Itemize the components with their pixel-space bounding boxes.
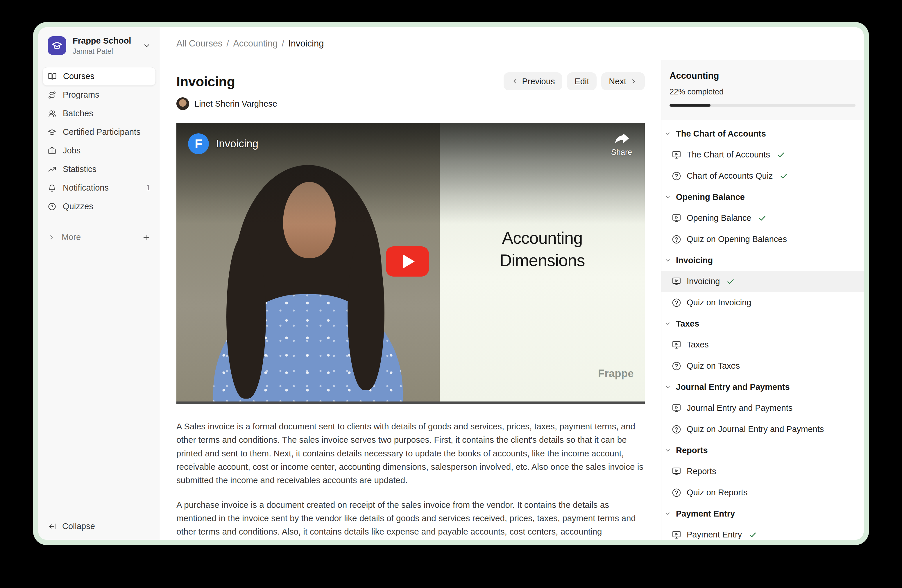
chapter-journal-entry-and-payments[interactable]: Journal Entry and Payments (661, 377, 864, 397)
completed-check-icon (726, 277, 735, 286)
lesson-quiz-on-journal-entry-and-payments[interactable]: Quiz on Journal Entry and Payments (661, 419, 864, 440)
completed-check-icon (777, 150, 785, 159)
course-progress-header: Accounting 22% completed (661, 60, 864, 120)
briefcase-icon (48, 146, 56, 155)
brand-text: Frappe School Jannat Patel (73, 36, 136, 56)
quiz-icon (672, 171, 681, 181)
lesson-quiz-on-taxes[interactable]: Quiz on Taxes (661, 355, 864, 377)
video-player[interactable]: Accounting Dimensions Frappe F Invoi (176, 123, 645, 404)
school-switcher[interactable]: Frappe School Jannat Patel (38, 36, 160, 56)
lesson-quiz-on-reports[interactable]: Quiz on Reports (661, 482, 864, 503)
slide-area: Accounting Dimensions Frappe (440, 123, 645, 404)
lesson-actions: Previous Edit Next (504, 72, 645, 90)
video-title-row: F Invoicing (188, 133, 258, 154)
video-title[interactable]: Invoicing (216, 138, 258, 150)
chevron-right-icon (48, 234, 55, 241)
slide-title-line2: Dimensions (500, 251, 585, 270)
sidebar-item-courses[interactable]: Courses (42, 67, 156, 86)
lesson-quiz-on-opening-balances[interactable]: Quiz on Opening Balances (661, 228, 864, 250)
lesson-opening-balance[interactable]: Opening Balance (661, 207, 864, 228)
breadcrumb: All Courses/Accounting/Invoicing (176, 38, 324, 49)
app-window: Frappe School Jannat Patel CoursesProgra… (33, 22, 869, 545)
share-label: Share (611, 148, 632, 157)
sidebar-item-jobs[interactable]: Jobs (42, 141, 156, 160)
chevron-down-icon (664, 194, 671, 200)
lesson-taxes[interactable]: Taxes (661, 334, 864, 355)
collapse-sidebar-button[interactable]: Collapse (38, 521, 160, 531)
edit-button[interactable]: Edit (567, 72, 597, 90)
sidebar-item-batches[interactable]: Batches (42, 104, 156, 123)
lesson-quiz-on-invoicing[interactable]: Quiz on Invoicing (661, 292, 864, 313)
video-lesson-icon (672, 150, 681, 160)
channel-avatar[interactable]: F (188, 133, 209, 154)
lesson-content: Invoicing Previous Edit Nex (160, 60, 661, 540)
presenter-hair-strand (226, 235, 266, 398)
collapse-icon (48, 522, 56, 531)
chevron-down-icon (664, 320, 671, 327)
breadcrumb-item-accounting[interactable]: Accounting (233, 38, 277, 49)
breadcrumb-item-all-courses[interactable]: All Courses (176, 38, 222, 49)
channel-initial: F (195, 137, 202, 151)
chapter-title: Payment Entry (676, 509, 735, 519)
author-avatar (176, 97, 189, 110)
course-title: Accounting (670, 70, 855, 81)
sidebar-item-statistics[interactable]: Statistics (42, 160, 156, 179)
slide-title: Accounting Dimensions (440, 227, 645, 271)
chapter-payment-entry[interactable]: Payment Entry (661, 503, 864, 524)
chapter-the-chart-of-accounts[interactable]: The Chart of Accounts (661, 123, 864, 144)
lesson-journal-entry-and-payments[interactable]: Journal Entry and Payments (661, 397, 864, 419)
chapter-title: Journal Entry and Payments (676, 382, 790, 392)
lesson-header: Invoicing Previous Edit Nex (176, 72, 645, 90)
video-lesson-icon (672, 466, 681, 477)
lesson-payment-entry[interactable]: Payment Entry (661, 524, 864, 540)
sidebar-item-more[interactable]: More (42, 228, 156, 247)
chevron-down-icon (664, 257, 671, 264)
graduation-cap-icon (48, 128, 56, 136)
completed-check-icon (758, 214, 767, 222)
outline-list: The Chart of AccountsThe Chart of Accoun… (661, 120, 864, 540)
sidebar-item-label: Notifications (63, 183, 109, 192)
lesson-reports[interactable]: Reports (661, 461, 864, 482)
chevron-down-icon (664, 447, 671, 454)
completed-check-icon (748, 530, 757, 539)
chapter-title: Invoicing (676, 256, 713, 265)
play-button[interactable] (386, 246, 429, 277)
sidebar-spacer (38, 247, 160, 521)
sidebar-item-quizzes[interactable]: Quizzes (42, 197, 156, 216)
slide-title-line1: Accounting (502, 228, 583, 247)
next-button[interactable]: Next (601, 72, 645, 90)
video-lesson-icon (672, 340, 681, 350)
quiz-icon (672, 488, 681, 498)
trending-up-icon (48, 165, 56, 174)
chapter-reports[interactable]: Reports (661, 440, 864, 461)
quiz-icon (672, 424, 681, 434)
help-circle-icon (48, 202, 56, 211)
content-row: Invoicing Previous Edit Nex (160, 60, 864, 540)
lesson-the-chart-of-accounts[interactable]: The Chart of Accounts (661, 144, 864, 165)
chevron-right-icon (630, 78, 637, 85)
chapter-taxes[interactable]: Taxes (661, 313, 864, 334)
sidebar-item-label: Statistics (63, 164, 97, 174)
lesson-label: Quiz on Taxes (687, 361, 740, 371)
previous-button[interactable]: Previous (504, 72, 562, 90)
lesson-label: The Chart of Accounts (687, 150, 770, 160)
chevron-down-icon (664, 130, 671, 137)
chapter-title: The Chart of Accounts (676, 129, 766, 139)
share-button[interactable]: Share (611, 132, 632, 157)
plus-icon[interactable] (142, 233, 150, 242)
chapter-opening-balance[interactable]: Opening Balance (661, 186, 864, 207)
chapter-invoicing[interactable]: Invoicing (661, 250, 864, 271)
book-open-icon (48, 72, 57, 81)
lesson-label: Quiz on Reports (687, 488, 748, 497)
lesson-chart-of-accounts-quiz[interactable]: Chart of Accounts Quiz (661, 165, 864, 186)
lesson-label: Opening Balance (687, 213, 752, 223)
previous-button-label: Previous (522, 77, 555, 86)
chevron-down-icon (664, 383, 671, 391)
quiz-icon (672, 361, 681, 371)
sidebar-item-certified-participants[interactable]: Certified Participants (42, 123, 156, 141)
sidebar-item-label: Jobs (63, 146, 80, 155)
quiz-icon (672, 235, 681, 244)
lesson-invoicing[interactable]: Invoicing (661, 271, 864, 292)
sidebar-item-programs[interactable]: Programs (42, 86, 156, 104)
sidebar-item-notifications[interactable]: Notifications1 (42, 179, 156, 197)
